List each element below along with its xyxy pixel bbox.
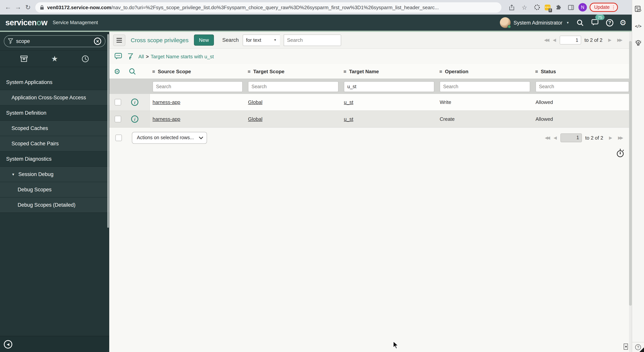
share-icon[interactable]: [507, 2, 517, 12]
side-panel-icon[interactable]: [566, 2, 576, 12]
collapse-navigator-icon[interactable]: ◀: [4, 340, 12, 348]
list-search-input[interactable]: [284, 34, 341, 46]
row-range-label: to 2 of 2: [584, 37, 602, 43]
first-page-button[interactable]: ◀◀: [545, 136, 549, 140]
browser-reload-button[interactable]: ↻: [23, 2, 33, 12]
extension-icon[interactable]: •••3: [545, 4, 550, 10]
sidebar-nav: System ApplicationsApplication Cross-Sco…: [0, 75, 109, 213]
page-number-input[interactable]: [560, 133, 582, 142]
suggestion-bulb-icon[interactable]: [634, 39, 642, 47]
list-comments-icon[interactable]: [114, 53, 122, 60]
row-checkbox[interactable]: [114, 99, 121, 106]
new-button[interactable]: New: [194, 34, 214, 46]
column-filter-input-target-name[interactable]: [344, 81, 434, 92]
sidebar-item[interactable]: Application Cross-Scope Access: [0, 90, 109, 106]
list-view: Cross scope privileges New Search for te…: [109, 32, 632, 352]
bookmark-star-icon[interactable]: ☆: [520, 2, 530, 12]
row-checkbox[interactable]: [114, 116, 121, 122]
user-avatar[interactable]: [500, 17, 510, 28]
record-info-icon[interactable]: i: [131, 116, 138, 123]
column-filter-input-operation[interactable]: [440, 81, 530, 92]
browser-profile-avatar[interactable]: N: [578, 3, 587, 12]
scroll-corner-widget[interactable]: [624, 344, 628, 350]
previous-page-button[interactable]: ◀: [553, 38, 556, 42]
settings-gear-icon[interactable]: ⚙: [620, 19, 626, 26]
column-filter-input-status[interactable]: [536, 81, 629, 92]
column-menu-icon[interactable]: ≡: [535, 68, 538, 74]
column-filter-input-target-scope[interactable]: [248, 81, 338, 92]
sidebar-item[interactable]: Scoped Caches: [0, 121, 109, 136]
xml-code-icon[interactable]: </>: [634, 22, 642, 30]
page-number-input[interactable]: [560, 36, 581, 44]
sidebar-item[interactable]: ▼Session Debug: [0, 167, 109, 182]
navigator-filter-input[interactable]: scope ×: [4, 35, 106, 47]
browser-forward-button[interactable]: →: [13, 2, 23, 12]
column-header-target-name[interactable]: ≡Target Name: [341, 68, 437, 74]
filter-row: [109, 78, 632, 94]
response-time-stopwatch-icon[interactable]: [616, 148, 625, 158]
cell-target-scope[interactable]: Global: [245, 116, 341, 122]
last-page-button[interactable]: ▶▶: [618, 136, 622, 140]
column-header-source-scope[interactable]: ≡Source Scope: [150, 68, 245, 74]
nav-label: Scoped Caches: [12, 126, 48, 131]
list-context-menu-icon[interactable]: [113, 34, 125, 46]
global-search-icon[interactable]: [576, 18, 584, 27]
column-header-status[interactable]: ≡Status: [533, 68, 632, 74]
search-label: Search: [222, 37, 239, 43]
favorites-tab-icon[interactable]: ★: [50, 54, 60, 64]
history-tab-icon[interactable]: [80, 54, 90, 64]
next-page-button[interactable]: ▶: [609, 136, 612, 140]
address-bar[interactable]: ven03172.service-now.com/nav_to.do?uri=%…: [35, 2, 502, 12]
sidebar-item[interactable]: Scoped Cache Pairs: [0, 136, 109, 152]
record-info-icon[interactable]: i: [131, 98, 138, 106]
breadcrumb-filter-icon[interactable]: [128, 53, 133, 60]
nav-label: System Definition: [6, 110, 46, 116]
conversations-icon[interactable]: 75: [591, 18, 600, 27]
actions-on-selected-rows-select[interactable]: Actions on selected rows...: [132, 132, 207, 144]
extensions-puzzle-icon[interactable]: [553, 2, 563, 12]
nav-label: Application Cross-Scope Access: [12, 95, 86, 100]
cell-target-name[interactable]: u_st: [341, 99, 437, 105]
expand-caret-icon[interactable]: ▼: [12, 172, 15, 176]
breadcrumb-condition-link[interactable]: Target Name starts with u_st: [151, 54, 214, 59]
main-scrollbar-thumb[interactable]: [629, 41, 632, 306]
previous-page-button[interactable]: ◀: [554, 136, 557, 140]
browser-menu-icon[interactable]: ⋮: [611, 5, 616, 9]
cell-target-name[interactable]: u_st: [341, 116, 437, 122]
list-title[interactable]: Cross scope privileges: [131, 37, 188, 43]
cell-target-scope[interactable]: Global: [245, 99, 341, 105]
first-page-button[interactable]: ◀◀: [544, 38, 548, 42]
select-all-checkbox[interactable]: [116, 134, 122, 141]
notification-badge: 75: [596, 14, 604, 20]
mouse-cursor: [393, 341, 399, 349]
column-search-toggle-icon[interactable]: [129, 68, 136, 75]
browser-update-button[interactable]: Update ⋮: [590, 3, 618, 12]
search-type-select[interactable]: for text ▼: [242, 34, 280, 46]
column-menu-icon[interactable]: ≡: [439, 68, 442, 74]
user-menu[interactable]: System Administrator ▼: [500, 17, 569, 28]
last-page-button[interactable]: ▶▶: [617, 38, 622, 42]
column-header-target-scope[interactable]: ≡Target Scope: [245, 68, 341, 74]
next-page-button[interactable]: ▶: [608, 38, 612, 42]
list-personalize-gear-icon[interactable]: ⚙: [114, 68, 120, 75]
column-header-operation[interactable]: ≡Operation: [437, 68, 533, 74]
cell-source-scope[interactable]: harness-app: [150, 99, 245, 105]
loading-extension-icon[interactable]: [532, 2, 542, 12]
sidebar-scrollbar[interactable]: [107, 34, 109, 228]
form-preview-icon[interactable]: [634, 5, 642, 13]
extension-badge: 3: [548, 8, 552, 12]
all-applications-tab-icon[interactable]: [19, 54, 29, 64]
column-menu-icon[interactable]: ≡: [248, 68, 250, 74]
column-filter-input-source-scope[interactable]: [152, 81, 243, 92]
help-icon[interactable]: ?: [606, 19, 613, 26]
clear-filter-icon[interactable]: ×: [94, 38, 101, 45]
column-menu-icon[interactable]: ≡: [344, 68, 346, 74]
browser-back-button[interactable]: ←: [3, 2, 13, 12]
sidebar-item[interactable]: Debug Scopes: [0, 182, 109, 198]
sidebar-section-header: System Diagnostics: [0, 152, 109, 167]
cell-source-scope[interactable]: harness-app: [150, 116, 245, 122]
sidebar-item[interactable]: Debug Scopes (Detailed): [0, 198, 109, 213]
breadcrumb-all-link[interactable]: All: [138, 54, 144, 59]
main-scrollbar-track[interactable]: [629, 32, 632, 352]
column-menu-icon[interactable]: ≡: [152, 68, 155, 74]
